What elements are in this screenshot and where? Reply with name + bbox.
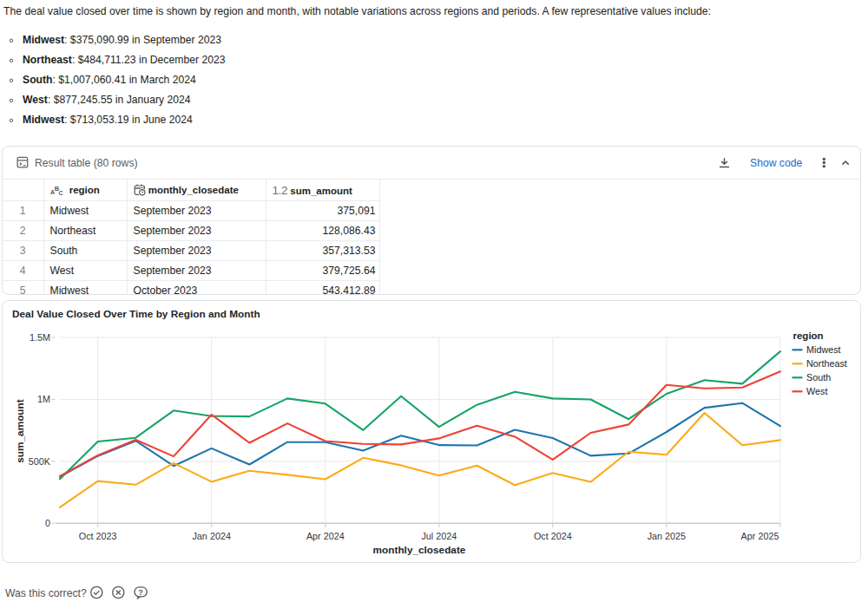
svg-text:Jul 2024: Jul 2024	[421, 531, 457, 541]
svg-text:Oct 2023: Oct 2023	[79, 531, 117, 541]
svg-text:South: South	[806, 372, 831, 383]
svg-text:1M: 1M	[37, 394, 50, 404]
svg-text:monthly_closedate: monthly_closedate	[373, 544, 466, 556]
svg-text:Jan 2025: Jan 2025	[648, 531, 686, 541]
svg-text:Northeast: Northeast	[806, 358, 847, 369]
svg-text:0: 0	[45, 518, 50, 528]
svg-text:West: West	[806, 386, 827, 396]
svg-text:Apr 2025: Apr 2025	[741, 531, 779, 541]
svg-text:Midwest: Midwest	[806, 344, 841, 355]
svg-text:Oct 2024: Oct 2024	[534, 531, 572, 541]
svg-text:500K: 500K	[29, 456, 51, 467]
svg-text:?: ?	[138, 588, 143, 597]
svg-text:Apr 2024: Apr 2024	[306, 531, 345, 541]
svg-text:sum_amount: sum_amount	[14, 399, 26, 462]
svg-text:1.5M: 1.5M	[30, 332, 50, 343]
svg-text:region: region	[793, 330, 824, 341]
svg-text:Jan 2024: Jan 2024	[192, 531, 230, 541]
